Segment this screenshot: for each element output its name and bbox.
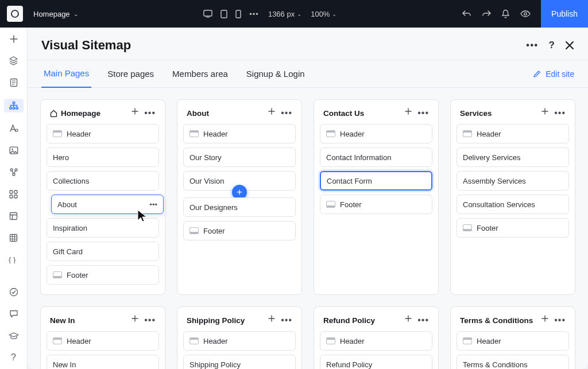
chevron-down-icon: ⌄ [332, 11, 336, 17]
zoom-dropdown[interactable]: 100% ⌄ [311, 10, 336, 18]
card-title: Services [460, 109, 541, 118]
section-item[interactable]: Footer [183, 221, 296, 240]
card-more-icon[interactable]: ••• [554, 108, 566, 118]
svg-point-7 [13, 102, 15, 104]
section-item[interactable]: Terms & Conditions [457, 355, 569, 369]
tab-members-area[interactable]: Members area [170, 60, 230, 88]
section-item[interactable]: About••• [51, 195, 164, 214]
header-section-icon [463, 337, 472, 344]
section-item[interactable]: Delivery Services [457, 147, 569, 167]
layers-icon[interactable] [0, 55, 28, 67]
page-dropdown[interactable]: Homepage ⌄ [33, 10, 78, 18]
add-section-icon[interactable] [131, 108, 138, 118]
media-icon[interactable] [0, 145, 28, 156]
add-section-icon[interactable] [268, 108, 275, 118]
section-item[interactable]: Hero [47, 147, 159, 167]
section-item[interactable]: Our Vision+ [183, 171, 296, 191]
section-item[interactable]: Inspiration [47, 218, 159, 238]
section-item[interactable]: Refund Policy [320, 355, 432, 369]
connections-icon[interactable] [0, 166, 28, 178]
add-section-icon[interactable] [131, 315, 138, 325]
section-label: Our Story [189, 153, 222, 162]
section-label: Header [67, 337, 91, 345]
data-icon[interactable] [0, 232, 28, 243]
help-icon[interactable]: ? [0, 352, 28, 363]
card-more-icon[interactable]: ••• [417, 315, 429, 325]
svg-rect-19 [10, 195, 13, 198]
card-more-icon[interactable]: ••• [554, 315, 566, 325]
section-item[interactable]: Header [457, 124, 569, 143]
section-item[interactable]: Header [47, 124, 159, 143]
svg-text:{ }: { } [9, 255, 16, 263]
app-logo[interactable] [7, 6, 23, 22]
card-more-icon[interactable]: ••• [281, 315, 292, 325]
redo-icon[interactable] [482, 10, 491, 18]
section-more-icon[interactable]: ••• [149, 200, 157, 209]
section-item[interactable]: Footer [320, 195, 432, 214]
apps-icon[interactable] [0, 188, 28, 200]
tab-store-pages[interactable]: Store pages [105, 60, 156, 88]
card-more-icon[interactable]: ••• [417, 108, 429, 118]
section-item[interactable]: Our Designers [183, 197, 296, 217]
learn-icon[interactable] [0, 330, 28, 341]
check-icon[interactable] [0, 286, 28, 297]
section-item[interactable]: Footer [47, 265, 159, 285]
comment-icon[interactable] [0, 308, 28, 320]
card-more-icon[interactable]: ••• [144, 315, 156, 325]
tablet-icon[interactable] [220, 10, 227, 18]
section-item[interactable]: Contact Information [320, 147, 432, 167]
edit-site-button[interactable]: Edit site [533, 69, 574, 79]
section-label: Header [203, 337, 228, 345]
section-label: Footer [340, 200, 362, 209]
section-item[interactable]: Footer [457, 218, 569, 238]
section-item[interactable]: Header [47, 331, 159, 351]
more-devices-icon[interactable]: ••• [249, 10, 259, 18]
section-item[interactable]: Assembly Services [457, 171, 569, 191]
publish-button[interactable]: Publish [541, 0, 588, 28]
section-item[interactable]: Header [320, 331, 432, 351]
undo-icon[interactable] [462, 10, 471, 18]
page-card: Services•••HeaderDelivery ServicesAssemb… [450, 99, 575, 295]
add-section-icon[interactable] [541, 315, 548, 325]
section-item[interactable]: Collections [47, 171, 159, 191]
tab-signup-login[interactable]: Signup & Login [244, 60, 307, 88]
section-item[interactable]: Consultation Services [457, 195, 569, 214]
section-label: Header [203, 130, 228, 138]
section-name-input[interactable] [327, 177, 425, 185]
typography-icon[interactable] [0, 123, 28, 134]
add-section-icon[interactable] [405, 315, 412, 325]
section-item[interactable]: Header [183, 331, 296, 351]
section-item[interactable]: Gift Card [47, 242, 159, 261]
canvas-width-dropdown[interactable]: 1366 px ⌄ [268, 10, 301, 18]
section-item[interactable]: New In [47, 355, 159, 369]
tab-main-pages[interactable]: Main Pages [41, 60, 91, 88]
mobile-icon[interactable] [235, 10, 241, 18]
add-element-icon[interactable] [0, 33, 28, 45]
section-item[interactable]: Shipping Policy [183, 355, 296, 369]
add-section-icon[interactable] [405, 108, 412, 118]
section-item[interactable]: Header [457, 331, 569, 351]
components-icon[interactable] [0, 210, 28, 222]
add-section-icon[interactable] [541, 108, 548, 118]
add-section-icon[interactable] [268, 315, 275, 325]
more-options-icon[interactable]: ••• [526, 40, 538, 51]
close-icon[interactable] [565, 40, 574, 51]
canvas-width-label: 1366 px [268, 10, 295, 18]
section-item[interactable] [320, 171, 432, 191]
section-item[interactable]: Header [183, 124, 296, 143]
help-icon[interactable]: ? [549, 40, 555, 51]
card-more-icon[interactable]: ••• [281, 108, 292, 118]
code-icon[interactable]: { } [0, 254, 28, 265]
card-more-icon[interactable]: ••• [144, 108, 156, 118]
svg-point-11 [16, 129, 18, 131]
section-item[interactable]: Header [320, 124, 432, 143]
svg-rect-2 [206, 17, 210, 17]
pages-icon[interactable] [0, 77, 28, 88]
section-item[interactable]: Our Story [183, 147, 296, 167]
preview-icon[interactable] [520, 10, 531, 17]
header-section-icon [463, 130, 472, 137]
sitemap-icon[interactable] [4, 99, 24, 112]
svg-point-9 [13, 107, 15, 110]
desktop-icon[interactable] [203, 10, 212, 18]
bell-icon[interactable] [501, 9, 510, 18]
